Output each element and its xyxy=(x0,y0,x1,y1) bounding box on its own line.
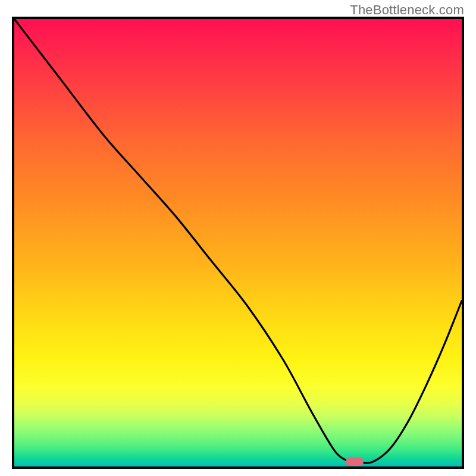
optimum-marker xyxy=(346,458,364,466)
bottleneck-curve xyxy=(14,19,462,466)
watermark-text: TheBottleneck.com xyxy=(350,2,464,18)
plot-area xyxy=(12,17,464,469)
